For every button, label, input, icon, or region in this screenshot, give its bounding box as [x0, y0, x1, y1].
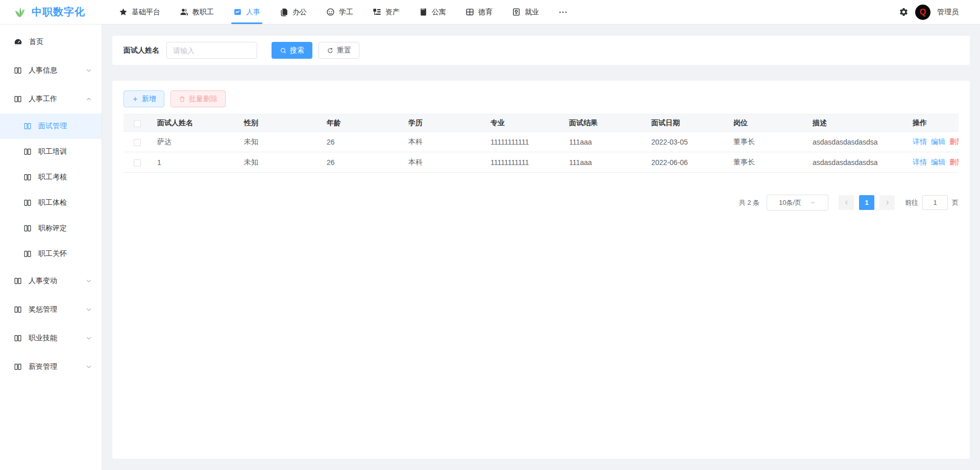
- pagination: 共 2 条 10条/页 1 前往 页: [124, 195, 959, 210]
- nav-item-moral-education[interactable]: 德育: [460, 0, 498, 24]
- cell-position: 董事长: [728, 152, 807, 173]
- interview-table: 面试人姓名 性别 年龄 学历 专业 面试结果 面试日期 岗位 描述 操作 萨达 …: [124, 114, 959, 173]
- nav-item-platform[interactable]: 基础平台: [114, 0, 165, 24]
- cell-age: 26: [322, 132, 403, 152]
- book-icon: [23, 122, 32, 130]
- arrow-right-icon: [884, 199, 891, 206]
- search-panel: 面试人姓名 搜索 重置: [112, 36, 970, 65]
- add-button[interactable]: 新增: [124, 90, 164, 107]
- book-icon: [14, 277, 22, 285]
- avatar-letter: Q: [920, 8, 926, 17]
- table-panel: 新增 批量删除 面试人姓名 性别 年龄 学历 专业: [112, 81, 970, 459]
- brand-logo[interactable]: 中职数字化: [0, 5, 102, 19]
- users-icon: [180, 8, 188, 16]
- row-checkbox[interactable]: [134, 139, 141, 146]
- cell-age: 26: [322, 152, 403, 173]
- cell-result: 111aaa: [564, 132, 646, 152]
- row-checkbox[interactable]: [134, 159, 141, 167]
- chevron-down-icon: [85, 306, 92, 313]
- plus-icon: [132, 96, 139, 103]
- sidebar-item-vocational-skills[interactable]: 职业技能: [0, 324, 102, 353]
- documents-icon: [280, 8, 288, 16]
- sidebar-item-label: 职业技能: [29, 334, 57, 343]
- nav-item-faculty[interactable]: 教职工: [175, 0, 219, 24]
- page-number-button[interactable]: 1: [859, 195, 874, 210]
- sidebar-item-staff-checkup[interactable]: 职工体检: [0, 190, 102, 216]
- sidebar-item-staff-assessment[interactable]: 职工考核: [0, 165, 102, 190]
- nav-label: 学工: [339, 8, 353, 17]
- cell-position: 董事长: [728, 132, 807, 152]
- next-page-button[interactable]: [879, 195, 895, 210]
- goto-label: 前往: [905, 198, 918, 207]
- tree-list-icon: [373, 8, 381, 16]
- cell-description: asdasdasdasdasdsa: [807, 152, 908, 173]
- sidebar-item-title-evaluation[interactable]: 职称评定: [0, 216, 102, 241]
- select-all-checkbox[interactable]: [134, 120, 141, 127]
- reset-button[interactable]: 重置: [318, 42, 359, 59]
- chevron-down-icon: [85, 277, 92, 285]
- sidebar-item-label: 薪资管理: [29, 362, 57, 371]
- book-icon: [23, 224, 32, 232]
- book-icon: [14, 334, 22, 342]
- brand-name: 中职数字化: [32, 5, 85, 19]
- sidebar-item-staff-care[interactable]: 职工关怀: [0, 241, 102, 267]
- table-toolbar: 新增 批量删除: [124, 90, 959, 107]
- sidebar-item-label: 人事变动: [29, 276, 57, 286]
- star-icon: [119, 8, 128, 16]
- face-icon: [326, 8, 335, 16]
- nav-item-apartment[interactable]: 公寓: [414, 0, 451, 24]
- cell-date: 2022-06-06: [646, 152, 728, 173]
- delete-link[interactable]: 删除: [949, 158, 959, 166]
- sidebar-item-home[interactable]: 首页: [0, 28, 102, 56]
- prev-page-button[interactable]: [839, 195, 854, 210]
- trash-icon: [179, 96, 186, 103]
- chevron-up-icon: [85, 96, 92, 103]
- refresh-icon: [327, 47, 334, 54]
- page-size-select[interactable]: 10条/页: [767, 195, 828, 210]
- nav-label: 人事: [246, 8, 260, 17]
- nav-item-assets[interactable]: 资产: [368, 0, 405, 24]
- dashboard-icon: [14, 38, 22, 46]
- interviewee-name-input[interactable]: [166, 42, 257, 59]
- top-navigation: 基础平台 教职工 人事 办公 学工 资产 公寓 德育: [109, 0, 577, 24]
- nav-item-employment[interactable]: 就业: [507, 0, 544, 24]
- sidebar-item-reward-punishment[interactable]: 奖惩管理: [0, 295, 102, 324]
- nav-label: 办公: [292, 8, 307, 17]
- settings-gear-icon[interactable]: [899, 7, 909, 17]
- search-button[interactable]: 搜索: [272, 42, 312, 59]
- nav-label: 德育: [478, 8, 493, 17]
- sidebar-item-salary-management[interactable]: 薪资管理: [0, 353, 102, 381]
- table-header-row: 面试人姓名 性别 年龄 学历 专业 面试结果 面试日期 岗位 描述 操作: [124, 114, 959, 132]
- cell-gender: 未知: [239, 132, 322, 152]
- sidebar-item-label: 职工体检: [38, 198, 67, 207]
- sidebar: 首页 人事信息 人事工作 面试管理 职工培训 职工考核 职工体检 职称评定 职工…: [0, 25, 102, 470]
- sidebar-item-label: 首页: [29, 37, 43, 46]
- user-avatar[interactable]: Q: [915, 5, 930, 20]
- pagination-total: 共 2 条: [739, 198, 760, 207]
- pagination-goto: 前往 页: [905, 195, 959, 210]
- sidebar-item-personnel-changes[interactable]: 人事变动: [0, 267, 102, 295]
- sidebar-item-personnel-work[interactable]: 人事工作: [0, 85, 102, 113]
- goto-page-input[interactable]: [922, 195, 948, 210]
- detail-link[interactable]: 详情: [913, 158, 927, 166]
- col-header-gender: 性别: [239, 114, 322, 132]
- batch-delete-button[interactable]: 批量删除: [170, 90, 226, 107]
- nav-more-button[interactable]: [552, 0, 574, 24]
- table-row: 萨达 未知 26 本科 11111111111 111aaa 2022-03-0…: [124, 132, 959, 152]
- delete-link[interactable]: 删除: [949, 137, 959, 146]
- sidebar-item-label: 人事工作: [29, 95, 57, 104]
- sidebar-item-staff-training[interactable]: 职工培训: [0, 139, 102, 165]
- nav-item-personnel[interactable]: 人事: [228, 0, 265, 24]
- sidebar-item-interview-management[interactable]: 面试管理: [0, 113, 102, 139]
- cell-major: 11111111111: [485, 152, 564, 173]
- edit-link[interactable]: 编辑: [931, 137, 945, 146]
- detail-link[interactable]: 详情: [913, 137, 927, 146]
- sidebar-item-label: 职称评定: [38, 224, 67, 233]
- search-field-label: 面试人姓名: [124, 46, 159, 55]
- sidebar-item-personnel-info[interactable]: 人事信息: [0, 56, 102, 85]
- book-icon: [23, 250, 32, 258]
- col-header-age: 年龄: [322, 114, 403, 132]
- nav-item-student-affairs[interactable]: 学工: [321, 0, 358, 24]
- nav-item-office[interactable]: 办公: [275, 0, 312, 24]
- edit-link[interactable]: 编辑: [931, 158, 945, 166]
